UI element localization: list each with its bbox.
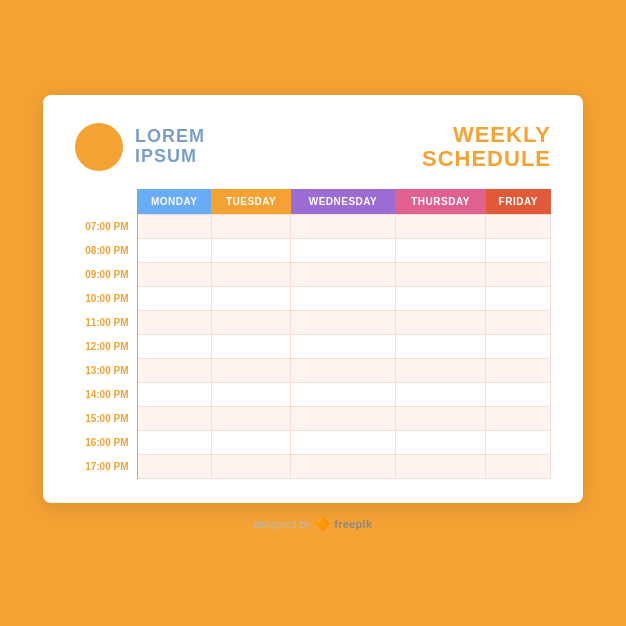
- logo-text: LOREM IPSUM: [135, 127, 205, 167]
- schedule-cell[interactable]: [395, 383, 486, 407]
- time-cell: 15:00 PM: [75, 407, 137, 431]
- time-cell: 17:00 PM: [75, 455, 137, 479]
- table-row: 14:00 PM: [75, 383, 551, 407]
- time-cell: 14:00 PM: [75, 383, 137, 407]
- schedule-cell[interactable]: [211, 455, 291, 479]
- schedule-cell[interactable]: [395, 311, 486, 335]
- schedule-cell[interactable]: [211, 239, 291, 263]
- schedule-cell[interactable]: [137, 383, 211, 407]
- schedule-cell[interactable]: [291, 431, 395, 455]
- time-cell: 11:00 PM: [75, 311, 137, 335]
- schedule-cell[interactable]: [137, 311, 211, 335]
- schedule-cell[interactable]: [291, 311, 395, 335]
- schedule-cell[interactable]: [486, 263, 551, 287]
- schedule-cell[interactable]: [291, 287, 395, 311]
- footer: designed by 🔶 freepik: [254, 517, 373, 531]
- schedule-cell[interactable]: [395, 407, 486, 431]
- schedule-cell[interactable]: [211, 383, 291, 407]
- schedule-cell[interactable]: [486, 215, 551, 239]
- schedule-card: LOREM IPSUM WEEKLY SCHEDULE MONDAY TUESD…: [43, 95, 583, 503]
- logo-area: LOREM IPSUM: [75, 123, 205, 171]
- schedule-cell[interactable]: [395, 335, 486, 359]
- schedule-cell[interactable]: [211, 407, 291, 431]
- title-area: WEEKLY SCHEDULE: [422, 123, 551, 171]
- schedule-body: 07:00 PM08:00 PM09:00 PM10:00 PM11:00 PM…: [75, 215, 551, 479]
- schedule-cell[interactable]: [291, 215, 395, 239]
- day-friday-header: FRIDAY: [486, 189, 551, 215]
- title-line1: WEEKLY: [453, 122, 551, 147]
- schedule-cell[interactable]: [211, 263, 291, 287]
- schedule-cell[interactable]: [486, 455, 551, 479]
- schedule-cell[interactable]: [137, 335, 211, 359]
- time-cell: 13:00 PM: [75, 359, 137, 383]
- table-row: 11:00 PM: [75, 311, 551, 335]
- schedule-cell[interactable]: [486, 311, 551, 335]
- time-cell: 10:00 PM: [75, 287, 137, 311]
- schedule-cell[interactable]: [211, 431, 291, 455]
- card-header: LOREM IPSUM WEEKLY SCHEDULE: [75, 123, 551, 171]
- schedule-table: MONDAY TUESDAY WEDNESDAY THURSDAY FRIDAY…: [75, 189, 551, 479]
- schedule-cell[interactable]: [291, 359, 395, 383]
- schedule-cell[interactable]: [291, 263, 395, 287]
- schedule-cell[interactable]: [486, 431, 551, 455]
- freepik-icon: 🔶: [315, 517, 330, 531]
- title-line2: SCHEDULE: [422, 146, 551, 171]
- schedule-cell[interactable]: [137, 455, 211, 479]
- schedule-cell[interactable]: [486, 335, 551, 359]
- schedule-cell[interactable]: [291, 239, 395, 263]
- table-row: 07:00 PM: [75, 215, 551, 239]
- schedule-cell[interactable]: [395, 455, 486, 479]
- schedule-cell[interactable]: [137, 407, 211, 431]
- time-cell: 07:00 PM: [75, 215, 137, 239]
- table-row: 10:00 PM: [75, 287, 551, 311]
- footer-brand-name: freepik: [334, 518, 372, 530]
- schedule-cell[interactable]: [137, 287, 211, 311]
- day-wednesday-header: WEDNESDAY: [291, 189, 395, 215]
- schedule-cell[interactable]: [211, 215, 291, 239]
- schedule-cell[interactable]: [211, 311, 291, 335]
- table-row: 13:00 PM: [75, 359, 551, 383]
- footer-brand: designed by 🔶 freepik: [254, 517, 373, 531]
- logo-name-line1: LOREM: [135, 127, 205, 147]
- time-cell: 09:00 PM: [75, 263, 137, 287]
- logo-circle: [75, 123, 123, 171]
- schedule-cell[interactable]: [137, 263, 211, 287]
- schedule-cell[interactable]: [395, 263, 486, 287]
- schedule-cell[interactable]: [395, 359, 486, 383]
- table-row: 16:00 PM: [75, 431, 551, 455]
- schedule-cell[interactable]: [486, 287, 551, 311]
- table-row: 15:00 PM: [75, 407, 551, 431]
- table-row: 17:00 PM: [75, 455, 551, 479]
- schedule-cell[interactable]: [211, 287, 291, 311]
- schedule-cell[interactable]: [486, 383, 551, 407]
- schedule-cell[interactable]: [137, 359, 211, 383]
- time-cell: 12:00 PM: [75, 335, 137, 359]
- schedule-cell[interactable]: [486, 407, 551, 431]
- schedule-cell[interactable]: [291, 335, 395, 359]
- day-monday-header: MONDAY: [137, 189, 211, 215]
- schedule-cell[interactable]: [291, 455, 395, 479]
- day-tuesday-header: TUESDAY: [211, 189, 291, 215]
- schedule-cell[interactable]: [211, 359, 291, 383]
- table-row: 12:00 PM: [75, 335, 551, 359]
- schedule-cell[interactable]: [137, 215, 211, 239]
- logo-name-line2: IPSUM: [135, 147, 205, 167]
- schedule-cell[interactable]: [486, 359, 551, 383]
- table-row: 08:00 PM: [75, 239, 551, 263]
- time-cell: 16:00 PM: [75, 431, 137, 455]
- schedule-cell[interactable]: [486, 239, 551, 263]
- schedule-cell[interactable]: [395, 239, 486, 263]
- time-cell: 08:00 PM: [75, 239, 137, 263]
- schedule-cell[interactable]: [137, 239, 211, 263]
- day-thursday-header: THURSDAY: [395, 189, 486, 215]
- schedule-cell[interactable]: [395, 215, 486, 239]
- schedule-cell[interactable]: [395, 431, 486, 455]
- schedule-cell[interactable]: [137, 431, 211, 455]
- schedule-cell[interactable]: [291, 407, 395, 431]
- schedule-cell[interactable]: [291, 383, 395, 407]
- schedule-cell[interactable]: [211, 335, 291, 359]
- days-header-row: MONDAY TUESDAY WEDNESDAY THURSDAY FRIDAY: [75, 189, 551, 215]
- table-row: 09:00 PM: [75, 263, 551, 287]
- footer-designed-text: designed by: [254, 519, 311, 530]
- schedule-cell[interactable]: [395, 287, 486, 311]
